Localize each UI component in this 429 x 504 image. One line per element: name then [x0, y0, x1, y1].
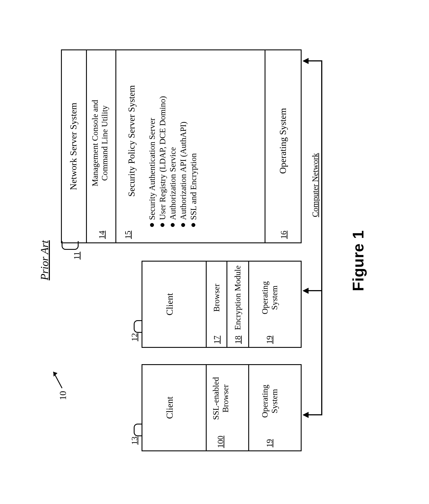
- bullet-1: User Registry (LDAP, DCE Domino): [157, 53, 168, 227]
- client-a-browser: Browser: [212, 263, 222, 333]
- arrow-up-icon: [303, 58, 309, 64]
- client-a-enc: Encryption Module: [233, 261, 243, 335]
- ref-server-os: 16: [279, 231, 288, 239]
- client-a-div-1: [206, 261, 207, 348]
- bullet-text: Authorization API (AuthAPI): [178, 122, 188, 220]
- arrow-up-icon: [303, 288, 309, 294]
- figure-label: Figure 1: [349, 230, 367, 291]
- server-mgmt: Management Console and Command Line Util…: [90, 63, 109, 224]
- client-b-ssl-browser: SSL-enabled Browser: [211, 365, 230, 432]
- bullet-icon: [150, 223, 154, 227]
- ref-mgmt: 14: [97, 231, 107, 239]
- client-b-os: Operating System: [260, 366, 279, 436]
- ref-client-b: 13: [130, 436, 139, 445]
- bullet-0: Security Authentication Server: [147, 53, 157, 227]
- ref-client-a: 12: [130, 333, 139, 341]
- bullet-4: SSL and Encryption: [188, 53, 199, 227]
- ref-diagram-arrow: [50, 365, 65, 389]
- ref-diagram: 10: [58, 391, 68, 400]
- bullet-icon: [171, 223, 175, 227]
- server-divider-3: [265, 49, 266, 243]
- bullet-2: Authorization Service: [168, 53, 178, 227]
- ref-server: 11: [72, 252, 81, 260]
- riser-server: [308, 60, 322, 62]
- server-policy-title: Security Policy Server System: [126, 58, 137, 224]
- server-divider-1: [86, 49, 87, 243]
- client-b-title: Client: [164, 364, 175, 451]
- server-os: Operating System: [278, 58, 288, 224]
- client-b-div-2: [248, 364, 249, 451]
- client-a-title: Client: [164, 261, 175, 348]
- bullet-icon: [161, 223, 164, 227]
- bullet-3: Authorization API (AuthAPI): [178, 53, 188, 227]
- client-b-bracket-icon: [134, 424, 143, 436]
- network-bus: [321, 60, 322, 415]
- client-a-os: Operating System: [260, 263, 279, 333]
- arrow-up-icon: [303, 412, 309, 418]
- ref-enc-module: 18: [233, 336, 243, 344]
- page: Prior Art 10 11 Network Server System 14…: [0, 0, 429, 504]
- ref-ssl-browser: 100: [215, 436, 225, 448]
- diagram-stage: Prior Art 10 11 Network Server System 14…: [29, 23, 400, 481]
- bullet-text: Security Authentication Server: [147, 118, 157, 220]
- server-title: Network Server System: [68, 49, 79, 243]
- riser-client-a: [308, 290, 322, 291]
- ref-browser: 17: [212, 336, 222, 344]
- server-divider-2: [116, 49, 116, 243]
- bullet-text: Authorization Service: [168, 147, 178, 220]
- ref-policy: 15: [123, 231, 133, 239]
- client-a-div-3: [248, 261, 249, 348]
- bullet-icon: [181, 223, 185, 227]
- riser-client-b: [308, 414, 322, 415]
- prior-art-heading: Prior Art: [38, 240, 51, 280]
- bullet-icon: [191, 223, 195, 227]
- ref-client-a-os: 19: [265, 336, 274, 344]
- network-label: Computer Network: [310, 153, 320, 217]
- ref-client-b-os: 19: [265, 439, 274, 447]
- client-a-bracket-icon: [134, 320, 143, 333]
- server-policy-bullets: Security Authentication Server User Regi…: [147, 53, 199, 227]
- client-a-div-2: [226, 261, 227, 348]
- bullet-text: SSL and Encryption: [188, 153, 199, 220]
- bullet-text: User Registry (LDAP, DCE Domino): [157, 96, 168, 220]
- client-b-div-1: [206, 364, 207, 451]
